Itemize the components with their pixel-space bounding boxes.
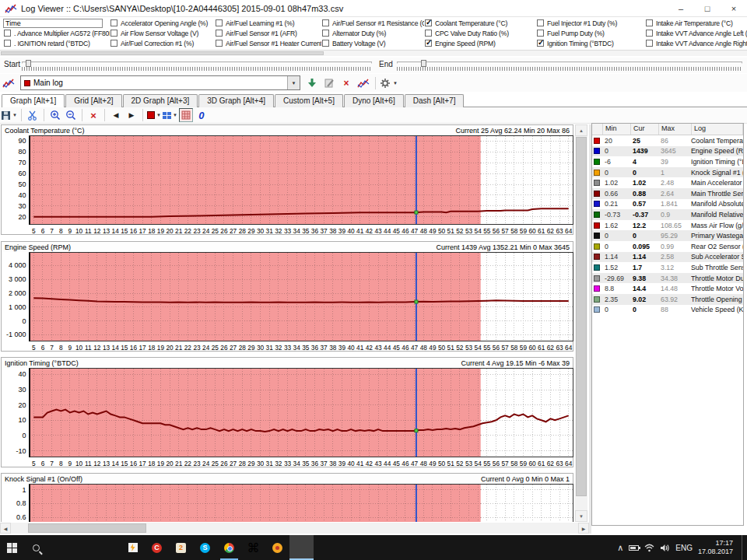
chart-vscrollbar[interactable]: ▲ ▼ [575,124,587,522]
taskbar-search[interactable] [24,535,48,560]
parameter-checkbox[interactable]: Engine Speed (RPM) [424,38,509,48]
taskbar-task-view[interactable] [48,535,72,560]
layout-icon[interactable]: ▼ [163,108,177,122]
engine-speed-chart[interactable]: Engine Speed (RPM)Current 1439 Avg 1352.… [1,241,573,352]
table-row[interactable]: 0095.29Primary Wastegate Duty Cycle (%) [592,230,743,241]
scrollbar-thumb[interactable] [1,51,324,55]
checkbox-icon[interactable] [4,30,11,37]
column-header-min[interactable]: Min [603,124,631,135]
info-zero-icon[interactable]: 0 [195,108,209,122]
taskbar-chrome[interactable] [217,535,241,560]
taskbar-2gis[interactable]: 2 [169,535,193,560]
checkbox-icon[interactable] [110,30,117,37]
table-row[interactable]: 0.210.571.841Manifold Absolute Pressure … [592,199,743,210]
coolant-temperature-chart[interactable]: Coolant Temperature (°C)Current 25 Avg 6… [1,124,573,235]
cut-icon[interactable] [26,108,40,122]
parameter-checkbox[interactable]: Fuel Pump Duty (%) [536,28,617,38]
checkbox-icon[interactable] [216,40,223,47]
checkbox-icon[interactable] [646,19,653,26]
wifi-icon[interactable] [644,544,654,552]
table-row[interactable]: -0.73-0.370.9Manifold Relative Pressure … [592,209,743,220]
table-row[interactable]: 0.660.882.64Main Throttle Sensor (volts) [592,188,743,199]
taskbar-explorer[interactable] [72,535,96,560]
tab-dyno[interactable]: Dyno [Alt+6] [344,94,404,108]
table-row[interactable]: 202586Coolant Temperature (°C) [592,135,743,146]
table-row[interactable]: 8.814.414.48Throttle Motor Voltage (volt… [592,283,743,294]
parameter-checkbox[interactable]: Accelerator Opening Angle (%) [110,18,208,28]
coolant-temperature-plot[interactable]: 2030405060708090567891011121314151617181… [2,135,574,236]
time-filter-box[interactable]: Time [3,19,103,28]
table-row[interactable]: 2.359.0263.92Throttle Opening Angle (%) [592,294,743,305]
tab-grid[interactable]: Grid [Alt+2] [65,94,121,108]
taskbar-start[interactable] [0,535,24,560]
column-header-max[interactable]: Max [659,124,692,135]
battery-icon[interactable] [629,545,639,551]
end-slider-thumb[interactable] [421,60,426,67]
table-row[interactable]: 1.021.022.48Main Accelerator Sensor (vol… [592,177,743,188]
tab-dash[interactable]: Dash [Alt+7] [405,94,465,108]
taskbar-xnview[interactable] [265,535,289,560]
taskbar-floppy-app[interactable] [96,535,121,560]
parameter-checkbox[interactable]: Ignition Timing (°BTDC) [536,38,617,48]
language-indicator[interactable]: ENG [675,544,693,552]
zoom-in-icon[interactable] [48,108,62,122]
taskbar-ccleaner[interactable]: C [145,535,169,560]
chart-region[interactable]: Coolant Temperature (°C)Current 25 Avg 6… [0,124,574,522]
tray-chevron-icon[interactable]: ∧ [617,543,623,553]
table-row[interactable]: 0088Vehicle Speed (KPH) [592,305,743,316]
table-row[interactable]: -29.699.3834.38Throttle Motor Duty (%) [592,273,743,284]
scroll-right-icon[interactable]: ▶ [578,523,589,534]
parameter-checkbox[interactable]: . IGNITION retard (°BTDC) [3,38,126,48]
start-slider[interactable] [22,61,372,72]
table-row[interactable]: 014393645Engine Speed (RPM) [592,146,743,157]
start-slider-thumb[interactable] [26,60,31,67]
minimize-button[interactable]: – [668,0,694,17]
engine-speed-plot[interactable]: -1 00001 0002 0003 0004 0005678910111213… [2,252,574,352]
parameter-checkbox[interactable]: Battery Voltage (V) [321,38,441,48]
table-row[interactable]: 001Knock Signal #1 (On/Off) [592,167,743,178]
delete-chart-icon[interactable]: × [86,108,100,122]
checkbox-icon[interactable] [322,19,329,26]
scrollbar-thumb[interactable] [28,523,146,533]
ignition-timing-plot[interactable]: -100102030405678910111213141516171819202… [2,368,574,468]
scroll-up-icon[interactable]: ▲ [575,124,587,136]
close-button[interactable]: × [721,0,747,17]
series-color-icon[interactable]: ▼ [147,108,161,122]
taskbar-skype[interactable]: S [193,535,217,560]
chart-icon[interactable] [1,75,16,91]
column-header-cur[interactable]: Cur [631,124,659,135]
taskbar-log-viewer[interactable] [289,535,314,560]
show-desktop-button[interactable] [742,535,745,560]
tab-custom[interactable]: Custom [Alt+5] [275,94,343,108]
knock-signal-chart[interactable]: Knock Signal #1 (On/Off)Current 0 Avg 0 … [1,473,573,522]
highlight-toggle-icon[interactable] [179,108,193,122]
parameter-checkbox[interactable]: Air/Fuel Correction #1 (%) [110,38,208,48]
edit-log-icon[interactable] [321,75,337,91]
checkbox-icon[interactable] [322,40,329,47]
checkbox-icon[interactable] [646,40,653,47]
volume-icon[interactable] [660,544,670,552]
parameter-checkbox[interactable]: Intake VVT Advance Angle Left (°) [645,28,747,38]
checkbox-icon[interactable] [425,19,432,26]
ignition-timing-chart[interactable]: Ignition Timing (°BTDC)Current 4 Avg 19.… [1,357,573,467]
maximize-button[interactable]: □ [694,0,721,17]
settings-icon[interactable]: ▼ [380,75,398,91]
checkbox-icon[interactable] [110,40,117,47]
checkbox-icon[interactable] [110,19,117,26]
knock-signal-plot[interactable]: 00.20.40.60.8156789101112131415161718192… [2,484,574,522]
parameter-hscrollbar[interactable] [0,51,747,56]
parameter-checkbox[interactable]: Fuel Injector #1 Duty (%) [536,18,617,28]
parameter-checkbox[interactable]: Alternator Duty (%) [321,28,441,38]
checkbox-icon[interactable] [216,19,223,26]
scroll-down-icon[interactable]: ▼ [575,510,587,522]
table-row[interactable]: 1.521.73.12Sub Throttle Sensor (volts) [592,262,743,273]
compare-chart-icon[interactable] [356,75,371,91]
checkbox-icon[interactable] [216,30,223,37]
taskbar-winamp[interactable] [121,535,145,560]
column-header-log[interactable]: Log [692,124,743,135]
scroll-left-icon[interactable]: ◀ [0,523,11,534]
parameter-checkbox[interactable]: Intake VVT Advance Angle Right (°) [645,38,747,48]
tab-3d[interactable]: 3D Graph [Alt+4] [198,94,274,108]
checkbox-icon[interactable] [4,40,11,47]
checkbox-icon[interactable] [425,40,432,47]
